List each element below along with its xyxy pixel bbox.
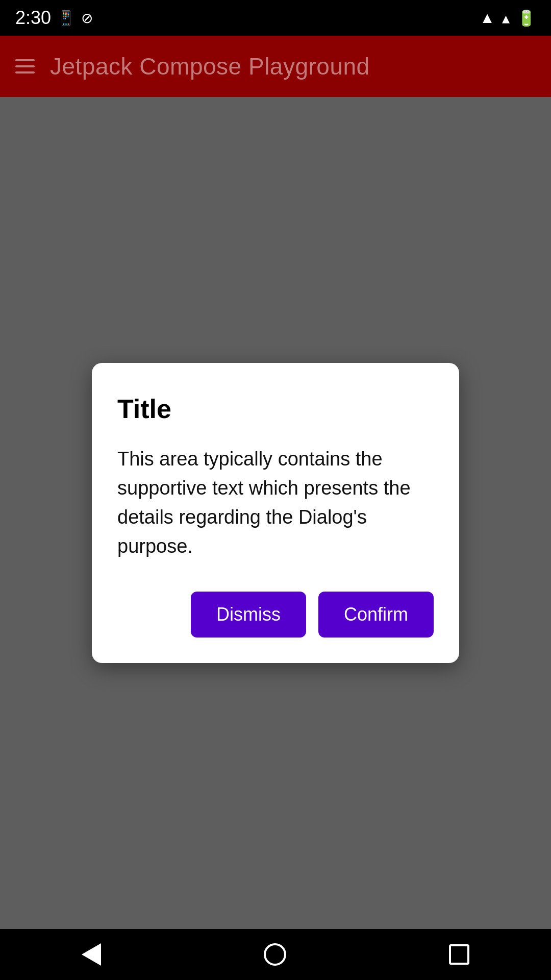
confirm-button[interactable]: Confirm	[318, 592, 434, 638]
recents-button[interactable]	[449, 944, 469, 965]
dismiss-button[interactable]: Dismiss	[191, 592, 306, 638]
back-icon	[82, 943, 101, 966]
main-content: Title This area typically contains the s…	[0, 97, 551, 929]
dialog-body: This area typically contains the support…	[117, 445, 434, 561]
wifi-icon: ▲	[480, 9, 495, 27]
status-bar-left: 2:30 📱 ⊘	[15, 7, 93, 29]
status-bar-right: ▲ ▴ 🔋	[480, 9, 536, 27]
dialog-title: Title	[117, 394, 434, 424]
battery-icon: 🔋	[517, 9, 536, 27]
status-bar: 2:30 📱 ⊘ ▲ ▴ 🔋	[0, 0, 551, 36]
app-bar: Jetpack Compose Playground	[0, 36, 551, 97]
dialog: Title This area typically contains the s…	[92, 363, 459, 663]
back-button[interactable]	[82, 943, 101, 966]
status-time: 2:30	[15, 7, 51, 29]
sim-card-icon: 📱	[57, 10, 75, 27]
dialog-actions: Dismiss Confirm	[117, 592, 434, 638]
home-button[interactable]	[264, 943, 286, 966]
menu-icon[interactable]	[15, 59, 35, 74]
no-disturb-icon: ⊘	[81, 10, 93, 27]
recents-icon	[449, 944, 469, 965]
home-icon	[264, 943, 286, 966]
app-title: Jetpack Compose Playground	[50, 53, 370, 80]
signal-icon: ▴	[502, 9, 510, 27]
nav-bar	[0, 929, 551, 980]
